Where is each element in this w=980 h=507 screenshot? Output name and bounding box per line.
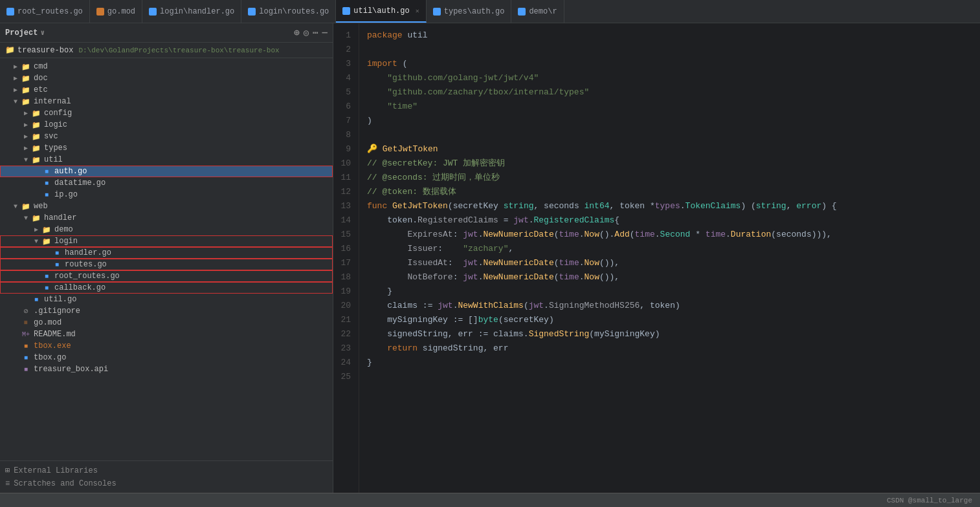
sidebar-bottom: ⊞ External Libraries ≡ Scratches and Con… [0,460,333,493]
tab-icon-demo-r [518,8,526,16]
tab-icon-types-auth [433,8,441,16]
tree-item-treasure-box-api[interactable]: ▶ ■ treasure_box.api [0,363,333,375]
minimize-icon[interactable]: — [322,27,328,38]
tree-label-types: types [44,144,333,153]
tree-label-svc: svc [44,132,333,141]
root-name: treasure-box [17,46,73,55]
tree-label-datatime-go: datatime.go [54,178,333,188]
tree-item-login[interactable]: ▼ 📁 login [0,235,333,247]
go-file-icon: ■ [52,248,62,257]
watermark: CSDN @small_to_large [887,497,972,504]
tab-icon-util-auth [342,7,350,15]
tab-icon-login-routes [248,8,256,16]
folder-icon: 📁 [41,225,52,234]
tree-item-web[interactable]: ▼ 📁 web [0,200,333,212]
scratches-label: Scratches and Consoles [14,479,116,488]
tab-bar: root_routes.go go.mod login\handler.go l… [0,0,980,23]
tree-label-go-mod: go.mod [34,318,333,327]
tree-item-cmd[interactable]: ▶ 📁 cmd [0,61,333,72]
tree-item-demo[interactable]: ▶ 📁 demo [0,224,333,235]
go-file-icon: ■ [41,178,52,188]
tree-item-routes-go[interactable]: ▶ ■ routes.go [0,259,333,270]
tree-item-callback-go[interactable]: ▶ ■ callback.go [0,282,333,294]
external-libs-icon: ⊞ [5,466,10,475]
tree-item-root-routes-go[interactable]: ▶ ■ root_routes.go [0,270,333,282]
tree-item-svc[interactable]: ▶ 📁 svc [0,131,333,142]
code-content: package util import ( "github.com/golang… [359,23,980,493]
tree-item-readme-md[interactable]: ▶ M+ README.md [0,329,333,340]
chevron-right-icon: ▶ [31,226,41,233]
tree-item-tbox-go[interactable]: ▶ ■ tbox.go [0,352,333,363]
locate-icon[interactable]: ◎ [304,27,309,38]
chevron-down-icon: ▼ [31,238,41,245]
tab-login-handler[interactable]: login\handler.go [142,0,241,23]
tree-label-util-go: util.go [44,295,333,304]
tree-label-callback-go: callback.go [54,283,333,292]
tab-root-routes[interactable]: root_routes.go [0,0,90,23]
add-icon[interactable]: ⊕ [294,27,299,38]
tree-item-logic[interactable]: ▶ 📁 logic [0,119,333,131]
tree-item-login-handler-go[interactable]: ▶ ■ handler.go [0,247,333,259]
tree-label-web: web [34,202,333,211]
tree-label-cmd: cmd [34,62,333,71]
tree-label-config: config [44,109,333,118]
tab-icon-root-routes [6,8,14,16]
go-file-icon: ■ [21,353,31,362]
chevron-right-icon: ▶ [21,109,31,117]
tree-label-routes-go: routes.go [65,260,333,269]
go-file-icon: ■ [41,272,52,281]
more-icon[interactable]: ⋯ [313,27,318,38]
tree-item-ip-go[interactable]: ▶ ■ ip.go [0,189,333,200]
tree-label-login: login [54,237,333,246]
exe-file-icon: ■ [21,341,31,351]
root-folder-icon: 📁 [5,45,15,55]
folder-icon: 📁 [21,62,31,71]
folder-icon: 📁 [31,144,41,153]
folder-icon: 📁 [21,74,31,83]
tree-item-internal[interactable]: ▼ 📁 internal [0,96,333,107]
tree-item-tbox-exe[interactable]: ▶ ■ tbox.exe [0,340,333,352]
sidebar: Project ∨ ⊕ ◎ ⋯ — 📁 treasure-box D:\dev\… [0,23,333,493]
chevron-right-icon: ▶ [10,74,21,82]
tab-login-routes[interactable]: login\routes.go [241,0,336,23]
tree-label-auth-go: auth.go [54,167,333,176]
chevron-down-icon: ▼ [10,98,21,105]
tree-item-auth-go[interactable]: ▶ ■ auth.go [0,166,333,177]
tab-label-login-handler: login\handler.go [160,7,234,16]
tab-util-auth[interactable]: util\auth.go ✕ [336,0,426,23]
tree-label-readme-md: README.md [34,330,333,339]
folder-icon: 📁 [21,97,31,106]
tree-label-handler: handler [44,213,333,222]
close-icon[interactable]: ✕ [416,7,419,15]
main-layout: Project ∨ ⊕ ◎ ⋯ — 📁 treasure-box D:\dev\… [0,23,980,493]
tree-item-util[interactable]: ▼ 📁 util [0,154,333,166]
scratches-icon: ≡ [5,479,10,488]
tab-demo-r[interactable]: demo\r [511,0,564,23]
tab-icon-go-mod [96,8,104,16]
folder-icon: 📁 [31,109,41,118]
mod-file-icon: ≡ [21,318,31,327]
tree-item-gitignore[interactable]: ▶ ⊘ .gitignore [0,305,333,317]
tree-item-doc[interactable]: ▶ 📁 doc [0,72,333,84]
tree-item-go-mod[interactable]: ▶ ≡ go.mod [0,317,333,329]
tab-go-mod[interactable]: go.mod [90,0,142,23]
project-title: Project [5,28,38,38]
tree-label-tbox-go: tbox.go [34,353,333,362]
tree-item-handler[interactable]: ▼ 📁 handler [0,212,333,224]
tree-label-etc: etc [34,85,333,94]
tree-item-util-go[interactable]: ▶ ■ util.go [0,294,333,305]
tree-item-types[interactable]: ▶ 📁 types [0,142,333,154]
tab-types-auth[interactable]: types\auth.go [427,0,512,23]
external-libs-label: External Libraries [14,466,98,475]
tree-item-etc[interactable]: ▶ 📁 etc [0,84,333,96]
tree-item-config[interactable]: ▶ 📁 config [0,107,333,119]
editor-content[interactable]: 12345 678910 1112131415 1617181920 21222… [333,23,980,493]
tree-label-internal: internal [34,97,333,106]
tree-item-datatime-go[interactable]: ▶ ■ datatime.go [0,177,333,189]
sidebar-external-libraries[interactable]: ⊞ External Libraries [0,464,333,477]
chevron-right-icon: ▶ [10,86,21,94]
chevron-right-icon: ▶ [21,144,31,152]
go-file-icon: ■ [41,283,52,292]
sidebar-scratches[interactable]: ≡ Scratches and Consoles [0,477,333,490]
tab-label-go-mod: go.mod [107,7,135,16]
